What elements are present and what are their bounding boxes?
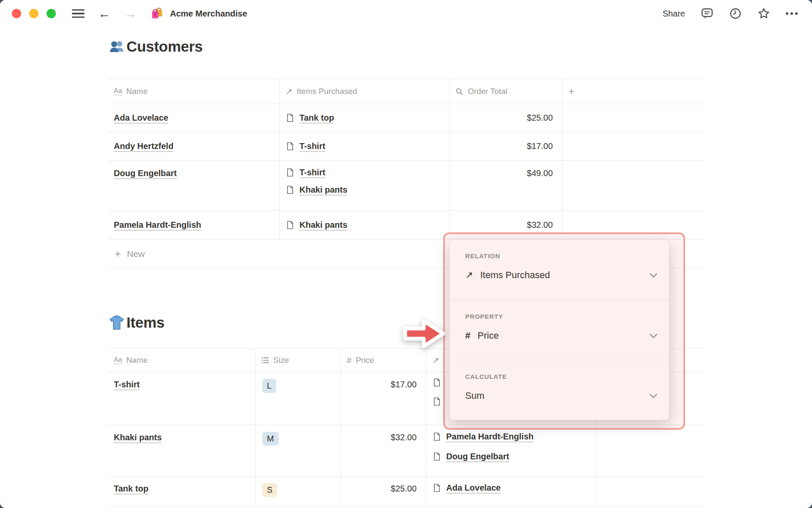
order-total-value: $25.00: [527, 113, 553, 123]
favorite-star-icon[interactable]: [757, 7, 770, 20]
page-icon: [286, 221, 294, 229]
share-button[interactable]: Share: [663, 9, 685, 19]
empty-cell: [562, 161, 705, 210]
popup-section-calculate: CALCULATE Sum: [450, 360, 669, 420]
chevron-down-icon: [650, 273, 657, 278]
items-purchased-cell[interactable]: Tank top: [280, 104, 450, 132]
page-link[interactable]: Khaki pants: [299, 185, 347, 195]
table-row: Doug Engelbart T-shirt Khaki pants $49.0…: [108, 161, 705, 211]
plus-icon: +: [115, 247, 121, 260]
app-window: ← → Acme Merchandise Share: [0, 0, 812, 508]
select-list-icon: [261, 356, 269, 364]
column-header-name[interactable]: Aa Name: [108, 349, 255, 372]
new-row-label: New: [127, 249, 145, 259]
t-shirt-icon: [108, 314, 125, 331]
column-label: Order Total: [468, 87, 508, 96]
page-link[interactable]: Ada Lovelace: [446, 483, 501, 493]
zoom-button[interactable]: [47, 9, 56, 18]
page-link[interactable]: Pamela Hardt-English: [446, 432, 534, 442]
selected-value: Items Purchased: [480, 270, 550, 281]
page-link[interactable]: Pamela Hardt-English: [114, 220, 201, 230]
page-link[interactable]: Doug Engelbart: [446, 452, 509, 461]
size-cell[interactable]: L: [255, 372, 341, 425]
number-property-icon: #: [465, 330, 470, 341]
page-icon: [433, 483, 441, 492]
page-link[interactable]: T-shirt: [299, 168, 325, 177]
column-header-order-total[interactable]: Order Total: [450, 79, 562, 104]
items-purchased-cell[interactable]: T-shirt Khaki pants: [280, 161, 450, 210]
customers-relation-cell[interactable]: Ada Lovelace: [426, 477, 597, 506]
busts-in-silhouette-icon: [108, 38, 125, 55]
red-arrow-annotation: [402, 314, 447, 353]
forward-button[interactable]: →: [124, 7, 137, 20]
table-row: Tank top S $25.00 Ada Lovelace: [108, 477, 705, 507]
items-heading-text: Items: [126, 314, 165, 331]
customers-relation-cell[interactable]: Pamela Hardt-English Doug Engelbart: [426, 425, 597, 477]
popup-section-relation: RELATION ↗ Items Purchased: [450, 240, 669, 300]
page-icon: [286, 185, 294, 194]
page-icon: [286, 168, 294, 177]
column-header-name[interactable]: Aa Name: [108, 79, 280, 104]
page-link[interactable]: T-shirt: [114, 380, 140, 389]
back-button[interactable]: ←: [98, 7, 111, 20]
customer-name-cell[interactable]: Pamela Hardt-English: [108, 211, 280, 239]
sidebar-menu-icon[interactable]: [72, 9, 85, 18]
customer-name-cell[interactable]: Doug Engelbart: [108, 161, 280, 210]
page-link[interactable]: Tank top: [299, 113, 334, 123]
size-badge: S: [262, 483, 277, 497]
page-link[interactable]: T-shirt: [299, 141, 325, 151]
page-link[interactable]: Ada Lovelace: [114, 113, 168, 123]
price-cell[interactable]: $32.00: [341, 425, 426, 477]
customer-name-cell[interactable]: Ada Lovelace: [108, 104, 280, 132]
page-link[interactable]: Khaki pants: [299, 220, 347, 230]
minimize-button[interactable]: [29, 9, 38, 18]
comments-icon[interactable]: [701, 7, 713, 20]
order-total-cell[interactable]: $17.00: [450, 132, 562, 160]
order-total-cell[interactable]: $25.00: [450, 104, 562, 132]
customers-heading-text: Customers: [126, 38, 203, 55]
page-icon: [433, 452, 441, 461]
updates-clock-icon[interactable]: [729, 7, 742, 20]
page-link[interactable]: Doug Engelbart: [114, 168, 177, 178]
relation-select[interactable]: ↗ Items Purchased: [465, 270, 657, 281]
titlebar: ← → Acme Merchandise Share: [0, 0, 812, 27]
price-value: $32.00: [391, 433, 417, 442]
price-cell[interactable]: $17.00: [341, 372, 426, 425]
price-cell[interactable]: $25.00: [341, 477, 426, 506]
close-button[interactable]: [12, 9, 21, 18]
customer-name-cell[interactable]: Andy Hertzfeld: [108, 132, 280, 160]
chevron-down-icon: [650, 334, 657, 338]
popup-section-property: PROPERTY # Price: [450, 300, 669, 360]
property-select[interactable]: # Price: [465, 330, 657, 341]
page-link[interactable]: Andy Hertzfeld: [114, 141, 173, 151]
order-total-cell[interactable]: $49.00: [450, 161, 562, 210]
order-total-value: $17.00: [527, 141, 553, 151]
table-row: Andy Hertzfeld T-shirt $17.00: [108, 132, 705, 161]
item-name-cell[interactable]: Khaki pants: [108, 425, 255, 477]
rollup-config-popup: RELATION ↗ Items Purchased PROPERTY # Pr…: [450, 240, 669, 420]
item-name-cell[interactable]: Tank top: [108, 477, 255, 506]
item-name-cell[interactable]: T-shirt: [108, 372, 255, 425]
plus-icon: +: [568, 86, 574, 97]
add-column-button[interactable]: +: [562, 79, 705, 104]
magnifier-rollup-icon: [455, 88, 464, 96]
items-purchased-cell[interactable]: T-shirt: [280, 132, 450, 160]
calculate-select[interactable]: Sum: [465, 390, 657, 401]
page-link[interactable]: Tank top: [114, 484, 148, 494]
column-label: Name: [126, 356, 148, 365]
selected-value: Sum: [465, 390, 484, 401]
page-link[interactable]: Khaki pants: [114, 433, 162, 442]
column-header-size[interactable]: Size: [255, 349, 341, 372]
size-cell[interactable]: M: [255, 425, 341, 477]
items-purchased-cell[interactable]: Khaki pants: [280, 211, 450, 239]
section-label: PROPERTY: [465, 313, 657, 320]
more-options-icon[interactable]: [786, 12, 798, 15]
customers-table-header: Aa Name ↗ Items Purchased Order Total +: [108, 79, 705, 104]
page-title: Acme Merchandise: [170, 9, 247, 19]
page-icon: [286, 142, 294, 151]
section-label: CALCULATE: [465, 373, 657, 380]
size-cell[interactable]: S: [255, 477, 341, 506]
column-header-items-purchased[interactable]: ↗ Items Purchased: [280, 79, 450, 104]
column-label: Size: [273, 356, 289, 365]
text-property-icon: Aa: [114, 88, 122, 95]
